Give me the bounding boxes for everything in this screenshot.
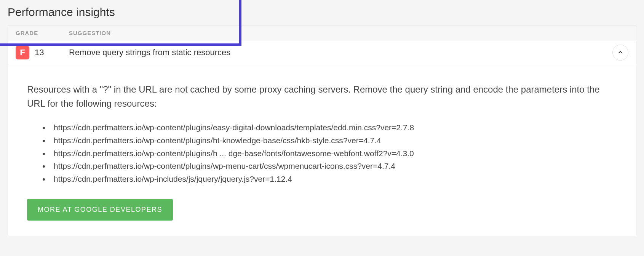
insight-table: GRADE SUGGESTION F 13 Remove query strin… xyxy=(8,26,636,65)
insight-panel: GRADE SUGGESTION F 13 Remove query strin… xyxy=(8,26,636,236)
insight-body: Resources with a "?" in the URL are not … xyxy=(8,65,636,236)
grade-header: GRADE xyxy=(16,30,69,36)
page-title: Performance insights xyxy=(8,6,636,19)
list-item: https://cdn.perfmatters.io/wp-content/pl… xyxy=(50,134,617,147)
list-item: https://cdn.perfmatters.io/wp-content/pl… xyxy=(50,160,617,173)
collapse-button[interactable] xyxy=(612,45,628,61)
resource-list: https://cdn.perfmatters.io/wp-content/pl… xyxy=(27,121,617,185)
more-developers-button[interactable]: MORE AT GOOGLE DEVELOPERS xyxy=(27,199,173,221)
list-item: https://cdn.perfmatters.io/wp-content/pl… xyxy=(50,121,617,134)
table-header-row: GRADE SUGGESTION xyxy=(8,26,636,40)
suggestion-header: SUGGESTION xyxy=(69,30,111,36)
suggestion-text: Remove query strings from static resourc… xyxy=(69,48,628,58)
grade-cell: F 13 xyxy=(16,46,69,59)
chevron-up-icon xyxy=(617,49,623,56)
insight-description: Resources with a "?" in the URL are not … xyxy=(27,82,617,110)
grade-score: 13 xyxy=(35,48,44,58)
grade-badge: F xyxy=(16,46,29,59)
list-item: https://cdn.perfmatters.io/wp-includes/j… xyxy=(50,173,617,186)
list-item: https://cdn.perfmatters.io/wp-content/pl… xyxy=(50,147,617,160)
table-row[interactable]: F 13 Remove query strings from static re… xyxy=(8,40,636,65)
